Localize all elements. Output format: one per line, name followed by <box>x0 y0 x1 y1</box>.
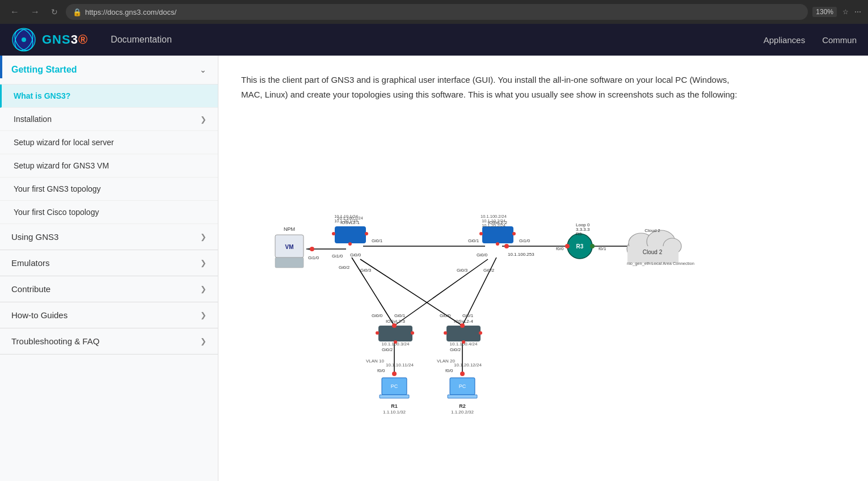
svg-text:Gi0/0: Gi0/0 <box>477 252 488 258</box>
svg-text:VLAN 20: VLAN 20 <box>437 358 456 364</box>
menu-icon[interactable]: ⋯ <box>854 8 861 16</box>
emulators-header[interactable]: Emulators ❯ <box>0 250 218 276</box>
svg-text:Gi0/1: Gi0/1 <box>468 238 479 243</box>
contribute-header[interactable]: Contribute ❯ <box>0 276 218 302</box>
getting-started-title: Getting Started <box>11 65 77 75</box>
contribute-chevron: ❯ <box>200 285 207 293</box>
svg-rect-4 <box>241 119 752 425</box>
svg-text:Gi0/2: Gi0/2 <box>450 347 461 352</box>
intro-paragraph: This is the client part of GNS3 and is g… <box>241 73 752 102</box>
svg-text:Gi0/1: Gi0/1 <box>394 313 406 318</box>
using-gns3-header[interactable]: Using GNS3 ❯ <box>0 224 218 250</box>
main-content: This is the client part of GNS3 and is g… <box>218 56 868 481</box>
svg-text:Gi1/0: Gi1/0 <box>519 238 530 243</box>
troubleshooting-header[interactable]: Troubleshooting & FAQ ❯ <box>0 328 218 354</box>
setup-local-label: Setup wizard for local server <box>14 138 114 147</box>
url-text: https://docs.gns3.com/docs/ <box>85 8 176 16</box>
sidebar-item-first-cisco[interactable]: Your first Cisco topology <box>0 201 218 224</box>
svg-point-72 <box>394 340 397 344</box>
sidebar-group-contribute: Contribute ❯ <box>0 276 218 302</box>
svg-text:10.1.10.11/24: 10.1.10.11/24 <box>386 362 414 368</box>
troubleshooting-chevron: ❯ <box>200 337 207 345</box>
sidebar-group-howto: How-to Guides ❯ <box>0 302 218 328</box>
svg-text:1.1.20.2/32: 1.1.20.2/32 <box>451 410 474 415</box>
howto-header[interactable]: How-to Guides ❯ <box>0 302 218 328</box>
svg-text:VLAN 10: VLAN 10 <box>366 358 385 364</box>
svg-text:Gi0/2: Gi0/2 <box>339 265 350 270</box>
sidebar-group-emulators: Emulators ❯ <box>0 250 218 276</box>
installation-chevron: ❯ <box>200 115 207 124</box>
svg-text:IOSvL2-4: IOSvL2-4 <box>454 319 473 324</box>
svg-text:Gi0/2: Gi0/2 <box>483 268 495 273</box>
bookmark-icon[interactable]: ☆ <box>842 8 849 16</box>
getting-started-chevron: ⌄ <box>200 65 207 74</box>
svg-point-25 <box>365 232 368 235</box>
svg-point-21 <box>310 247 314 251</box>
svg-rect-35 <box>482 226 513 243</box>
svg-text:Cloud 2: Cloud 2 <box>643 249 663 255</box>
using-gns3-label: Using GNS3 <box>11 232 58 242</box>
svg-rect-22 <box>335 226 366 243</box>
svg-text:1.1.10.1/32: 1.1.10.1/32 <box>383 410 406 415</box>
logo-area: GNS3® <box>11 27 88 52</box>
svg-point-80 <box>479 331 482 335</box>
reload-button[interactable]: ↻ <box>48 5 61 19</box>
svg-text:Gi0/0: Gi0/0 <box>350 252 361 258</box>
back-button[interactable]: ← <box>7 5 23 19</box>
sidebar-group-using-gns3: Using GNS3 ❯ <box>0 224 218 250</box>
using-gns3-chevron: ❯ <box>200 233 207 241</box>
setup-vm-label: Setup wizard for GNS3 VM <box>14 161 109 170</box>
address-bar[interactable]: 🔒 https://docs.gns3.com/docs/ <box>66 4 808 20</box>
svg-rect-88 <box>380 395 409 398</box>
svg-point-49 <box>504 244 509 248</box>
svg-point-104 <box>460 372 465 376</box>
sidebar-item-what-is-gns3[interactable]: What is GNS3? <box>0 85 218 108</box>
first-topology-label: Your first GNS3 topology <box>14 184 101 193</box>
active-indicator <box>0 56 2 78</box>
top-nav: GNS3® Documentation Appliances Commun <box>0 24 868 56</box>
svg-point-81 <box>462 340 465 344</box>
forward-button[interactable]: → <box>27 5 43 19</box>
svg-point-71 <box>411 331 414 335</box>
svg-point-24 <box>332 232 335 235</box>
howto-chevron: ❯ <box>200 311 207 319</box>
nav-links: Appliances Commun <box>764 35 857 45</box>
svg-text:PC: PC <box>459 383 466 389</box>
svg-point-57 <box>565 244 570 248</box>
gns3-logo-icon <box>11 27 36 52</box>
svg-text:f0/0: f0/0 <box>377 368 385 373</box>
svg-text:R3: R3 <box>576 231 582 237</box>
svg-point-38 <box>512 232 516 235</box>
sidebar: Getting Started ⌄ What is GNS3? Installa… <box>0 56 218 481</box>
sidebar-item-first-topology[interactable]: Your first GNS3 topology <box>0 178 218 201</box>
svg-text:PC: PC <box>391 383 398 389</box>
svg-text:Gi0/3: Gi0/3 <box>360 268 372 273</box>
svg-text:Gi0/1: Gi0/1 <box>462 313 474 318</box>
svg-text:Gi0/3: Gi0/3 <box>457 268 468 273</box>
nav-community[interactable]: Commun <box>822 35 857 45</box>
nav-title: Documentation <box>111 35 764 45</box>
sidebar-item-installation[interactable]: Installation ❯ <box>0 108 218 131</box>
svg-text:R1: R1 <box>391 403 398 409</box>
svg-point-70 <box>376 331 379 335</box>
svg-point-3 <box>22 37 26 42</box>
svg-point-86 <box>460 323 465 328</box>
sidebar-item-setup-vm[interactable]: Setup wizard for GNS3 VM <box>0 154 218 178</box>
lock-icon: 🔒 <box>73 8 82 16</box>
svg-text:R2: R2 <box>459 403 466 409</box>
sidebar-item-setup-local[interactable]: Setup wizard for local server <box>0 131 218 154</box>
svg-text:R3: R3 <box>576 243 584 250</box>
svg-text:NPM: NPM <box>284 226 295 232</box>
troubleshooting-label: Troubleshooting & FAQ <box>11 336 99 346</box>
getting-started-header[interactable]: Getting Started ⌄ <box>0 56 218 85</box>
nav-appliances[interactable]: Appliances <box>764 35 805 45</box>
svg-text:Gi0/0: Gi0/0 <box>440 313 451 318</box>
svg-point-85 <box>392 323 397 328</box>
svg-point-26 <box>348 242 352 246</box>
svg-rect-18 <box>275 258 304 268</box>
svg-text:Cloud 2: Cloud 2 <box>644 228 660 233</box>
svg-text:10.1.20.12/24: 10.1.20.12/24 <box>454 362 482 368</box>
svg-text:VM: VM <box>285 244 294 250</box>
svg-point-95 <box>392 372 397 376</box>
svg-point-39 <box>496 242 499 246</box>
